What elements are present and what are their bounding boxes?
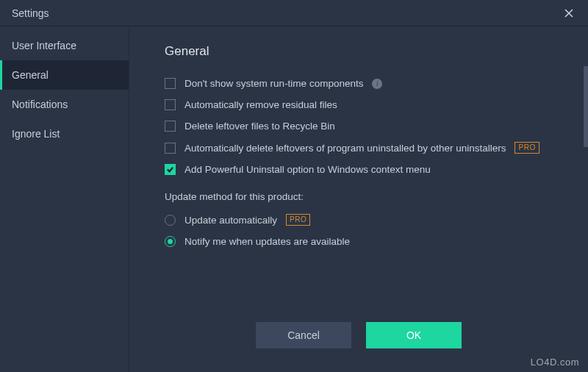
update-method-heading: Update method for this product: (165, 191, 559, 202)
section-heading: General (165, 44, 559, 59)
option-row: Add Powerful Uninstall option to Windows… (165, 164, 559, 175)
info-icon[interactable]: i (372, 79, 382, 89)
sidebar-item-general[interactable]: General (0, 60, 129, 90)
button-label: OK (406, 329, 421, 341)
option-row: Automatically delete leftovers of progra… (165, 142, 559, 154)
radio-label: Update automatically (184, 215, 277, 226)
option-row: Don't show system run-time components i (165, 78, 559, 89)
option-label: Don't show system run-time components (184, 78, 363, 89)
checkbox-auto-delete-leftovers[interactable] (165, 143, 176, 154)
button-row: Cancel OK (129, 322, 588, 348)
button-label: Cancel (287, 329, 320, 341)
option-label: Automatically delete leftovers of progra… (184, 143, 506, 154)
pro-badge: PRO (286, 214, 310, 226)
radio-row: Update automatically PRO (165, 214, 559, 226)
sidebar-item-label: Notifications (12, 99, 68, 110)
option-label: Automatically remove residual files (184, 99, 337, 110)
titlebar: Settings (0, 0, 588, 26)
cancel-button[interactable]: Cancel (256, 322, 351, 348)
option-row: Automatically remove residual files (165, 99, 559, 110)
close-button[interactable] (559, 3, 579, 24)
radio-label: Notify me when updates are available (184, 236, 350, 247)
radio-update-auto[interactable] (165, 215, 176, 226)
window-title: Settings (12, 7, 49, 19)
radio-notify-updates[interactable] (165, 236, 176, 247)
sidebar-item-label: Ignore List (12, 128, 60, 140)
ok-button[interactable]: OK (366, 322, 462, 348)
option-label: Delete leftover files to Recycle Bin (184, 121, 335, 132)
main-panel: General Don't show system run-time compo… (129, 26, 588, 372)
radio-row: Notify me when updates are available (165, 236, 559, 247)
checkbox-remove-residual[interactable] (165, 99, 176, 110)
sidebar-item-ignore-list[interactable]: Ignore List (0, 119, 129, 149)
sidebar-item-user-interface[interactable]: User Interface (0, 31, 129, 60)
close-icon (564, 8, 574, 18)
sidebar-item-label: General (12, 69, 49, 81)
option-row: Delete leftover files to Recycle Bin (165, 121, 559, 132)
check-icon (166, 165, 174, 174)
option-label: Add Powerful Uninstall option to Windows… (184, 164, 431, 175)
pro-badge: PRO (514, 142, 539, 154)
checkbox-recycle-bin[interactable] (165, 121, 176, 132)
sidebar-item-label: User Interface (12, 40, 76, 51)
sidebar-item-notifications[interactable]: Notifications (0, 90, 129, 119)
checkbox-context-menu[interactable] (165, 164, 176, 175)
scrollbar-thumb[interactable] (584, 66, 588, 147)
sidebar: User Interface General Notifications Ign… (0, 26, 129, 372)
checkbox-runtime-components[interactable] (165, 78, 176, 89)
